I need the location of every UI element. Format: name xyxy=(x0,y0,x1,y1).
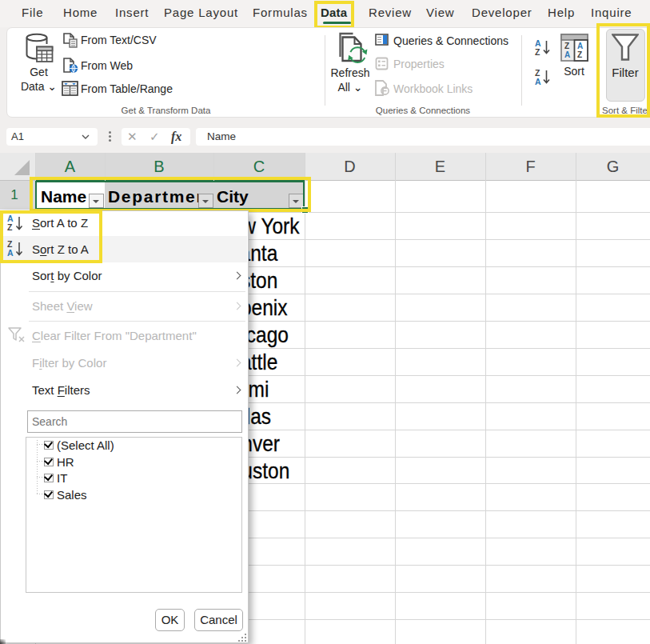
svg-text:A: A xyxy=(535,77,541,86)
svg-text:Z: Z xyxy=(535,47,540,57)
svg-text:A: A xyxy=(577,42,583,50)
svg-text:A: A xyxy=(564,50,570,59)
svg-text:Z: Z xyxy=(564,42,569,50)
svg-text:Z: Z xyxy=(577,50,582,59)
